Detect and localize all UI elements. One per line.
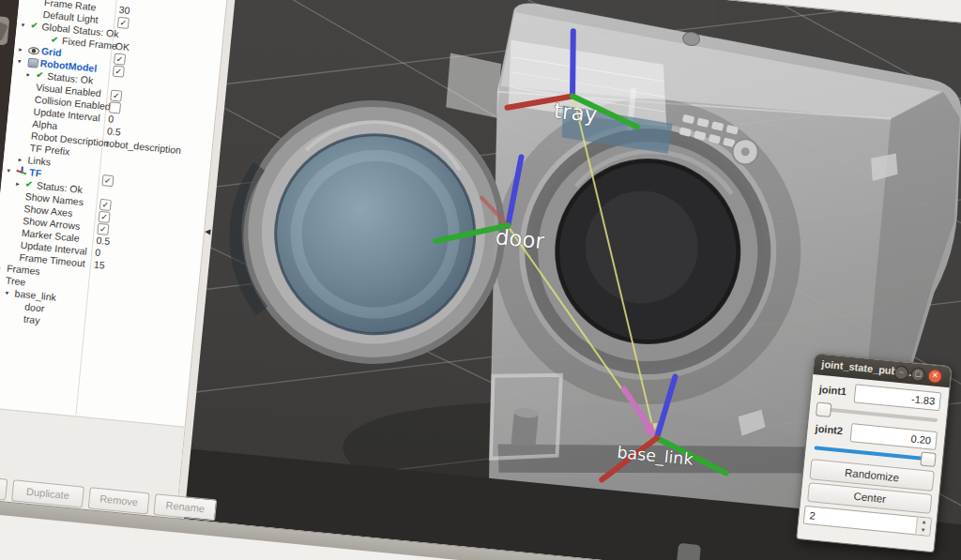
checkbox[interactable]: ✓: [97, 222, 109, 235]
rotated-screen-capture: tray door base_link ◀ Frame Rate30Defaul…: [0, 0, 961, 560]
checkbox[interactable]: [109, 101, 121, 114]
tf-icon: [16, 166, 29, 177]
property-value[interactable]: 0: [108, 113, 114, 126]
minimize-button[interactable]: –: [893, 365, 908, 380]
joint2-value-field[interactable]: 0.20: [849, 423, 938, 450]
machine-foot: [677, 543, 701, 560]
checkbox[interactable]: ✓: [101, 174, 114, 187]
panel-collapse-arrow-icon[interactable]: ◀: [205, 227, 211, 236]
property-value[interactable]: 15: [93, 259, 105, 272]
joint-state-publisher-window[interactable]: joint_state_publi... – ▢ ✕ joint1 -1.83 …: [796, 353, 953, 552]
joint1-slider-handle[interactable]: [816, 401, 831, 416]
checkbox[interactable]: ✓: [99, 210, 111, 222]
property-value[interactable]: 0: [95, 247, 101, 260]
spinbox-value: 2: [809, 509, 816, 522]
launcher-app-icon[interactable]: [0, 15, 9, 45]
checkbox[interactable]: ✓: [117, 16, 130, 28]
tree-label: tray: [23, 313, 40, 327]
checkbox[interactable]: ✓: [99, 198, 112, 210]
joint1-label: joint1: [818, 384, 847, 398]
door-frame-label: door: [495, 224, 546, 253]
displays-tree: Frame Rate30Default Light✓▾✔Global Statu…: [0, 0, 225, 341]
tree-label: TF: [29, 166, 42, 179]
property-value[interactable]: 30: [118, 4, 130, 17]
joint1-value-field[interactable]: -1.83: [854, 384, 942, 411]
checkbox[interactable]: ✓: [113, 65, 125, 77]
spinbox-arrows[interactable]: ▲▼: [915, 517, 931, 535]
tray-frame-label: tray: [553, 98, 599, 127]
joint2-label: joint2: [815, 422, 843, 436]
checkbox[interactable]: ✓: [114, 53, 126, 65]
joint2-slider-handle[interactable]: [920, 452, 936, 467]
maximize-button[interactable]: ▢: [910, 367, 925, 382]
robot-icon: [26, 57, 39, 68]
close-button[interactable]: ✕: [927, 369, 942, 384]
eye-icon: [28, 45, 41, 56]
checkbox[interactable]: ✓: [110, 89, 122, 101]
